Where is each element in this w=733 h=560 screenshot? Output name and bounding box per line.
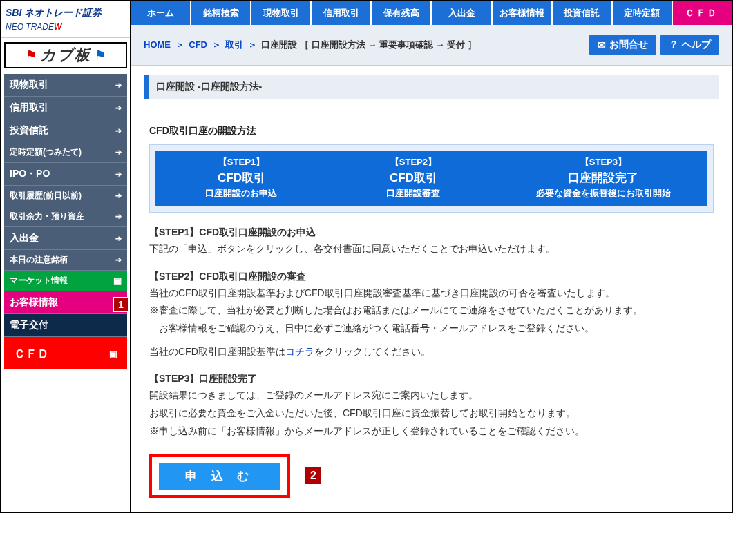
step1-head: 【STEP1】CFD取引口座開設のお申込	[149, 226, 714, 239]
breadcrumb: HOME ＞ CFD ＞ 取引 ＞ 口座開設 ［ 口座開設方法 → 重要事項確認…	[144, 39, 477, 51]
brand-sub: NEO TRADEW	[6, 22, 126, 32]
arrow-right-icon: ➔	[115, 126, 122, 135]
bc-steps: ［ 口座開設方法 → 重要事項確認 → 受付 ］	[300, 39, 477, 50]
arrow-right-icon: ➔	[115, 170, 122, 179]
help-button[interactable]: ？ヘルプ	[660, 35, 719, 55]
criteria-link[interactable]: コチラ	[285, 346, 314, 357]
step-3: 【STEP3】 口座開設完了 必要な資金を振替後にお取引開始	[499, 151, 707, 206]
tab-meigara[interactable]: 銘柄検索	[191, 1, 251, 25]
step-2: 【STEP2】 CFD取引 口座開設審査	[327, 151, 499, 206]
annotation-1: 1	[113, 297, 128, 312]
sidebar-item-teiji[interactable]: 定時定額(つみたて)➔	[4, 142, 127, 163]
top-nav: ホーム 銘柄検索 現物取引 信用取引 保有残高 入出金 お客様情報 投資信託 定…	[131, 1, 732, 25]
arrow-right-icon: ➔	[115, 191, 122, 200]
sidebar-item-genbutsu[interactable]: 現物取引➔	[4, 74, 127, 97]
tab-home[interactable]: ホーム	[131, 1, 191, 25]
tab-genbutsu[interactable]: 現物取引	[251, 1, 312, 25]
arrow-right-icon: ➔	[115, 234, 122, 243]
bc-torihiki[interactable]: 取引	[225, 39, 243, 50]
sidebar-item-cfd-active[interactable]: ＣＦＤ▣	[4, 337, 127, 369]
arrow-right-icon: ➔	[115, 104, 122, 113]
arrow-right-icon: ➔	[115, 81, 122, 90]
apply-button[interactable]: 申 込 む	[159, 463, 280, 490]
tab-cfd[interactable]: ＣＦＤ	[673, 1, 732, 25]
sidebar-item-toushin[interactable]: 投資信託➔	[4, 119, 127, 142]
doc-icon: ▣	[109, 349, 117, 359]
step2-head: 【STEP2】CFD取引口座開設の審査	[149, 271, 714, 283]
sidebar-item-denshi[interactable]: 電子交付	[4, 314, 127, 337]
apply-highlight: 申 込 む	[149, 454, 290, 498]
flag-icon: ⚑	[94, 47, 106, 64]
section-title: 口座開設 -口座開設方法-	[144, 75, 719, 99]
doc-icon: ▣	[113, 276, 122, 286]
arrow-right-icon: ➔	[115, 212, 122, 221]
bc-cfd[interactable]: CFD	[189, 39, 207, 50]
help-icon: ？	[669, 39, 678, 51]
contact-button[interactable]: ✉お問合せ	[589, 35, 656, 55]
tab-toushin[interactable]: 投資信託	[553, 1, 613, 25]
arrow-right-icon: ➔	[115, 148, 122, 157]
sidebar-nav: 現物取引➔ 信用取引➔ 投資信託➔ 定時定額(つみたて)➔ IPO・PO➔ 取引…	[4, 74, 127, 369]
step1-body: 下記の「申込」ボタンをクリックし、各交付書面に同意いただくことでお申込いただけま…	[149, 242, 714, 257]
sidebar-item-nyushukkin[interactable]: 入出金➔	[4, 227, 127, 250]
content-heading: CFD取引口座の開設方法	[149, 125, 714, 137]
tab-nyushukkin[interactable]: 入出金	[432, 1, 492, 25]
annotation-2: 2	[304, 467, 322, 485]
step3-head: 【STEP3】口座開設完了	[149, 373, 714, 385]
tab-teiji[interactable]: 定時定額	[613, 1, 673, 25]
main-content: CFD取引口座の開設方法 【STEP1】 CFD取引 口座開設のお申込 【STE…	[131, 99, 732, 512]
sub-header: HOME ＞ CFD ＞ 取引 ＞ 口座開設 ［ 口座開設方法 → 重要事項確認…	[131, 25, 732, 66]
sidebar-item-customer[interactable]: お客様情報▪	[4, 291, 127, 314]
flag-icon: ⚑	[25, 47, 37, 64]
bc-current: 口座開設	[261, 39, 297, 50]
brand-logo: SBI ネオトレード証券 NEO TRADEW	[1, 1, 130, 38]
tab-shinyou[interactable]: 信用取引	[312, 1, 372, 25]
arrow-right-icon: ➔	[115, 255, 122, 264]
mail-icon: ✉	[598, 39, 606, 50]
tab-customer[interactable]: お客様情報	[493, 1, 553, 25]
sidebar-item-chuui[interactable]: 本日の注意銘柄➔	[4, 250, 127, 271]
sidebar-item-ipo[interactable]: IPO・PO➔	[4, 163, 127, 186]
sidebar-item-yoryoku[interactable]: 取引余力・預り資産➔	[4, 206, 127, 227]
bc-home[interactable]: HOME	[144, 39, 171, 50]
brand-name: SBI ネオトレード証券	[6, 7, 126, 19]
step-1: 【STEP1】 CFD取引 口座開設のお申込	[155, 151, 327, 206]
sidebar-item-shinyou[interactable]: 信用取引➔	[4, 97, 127, 119]
sidebar-item-rireki[interactable]: 取引履歴(前日以前)➔	[4, 186, 127, 206]
step-flow: 【STEP1】 CFD取引 口座開設のお申込 【STEP2】 CFD取引 口座開…	[149, 144, 714, 213]
tab-hoyuu[interactable]: 保有残高	[372, 1, 432, 25]
kabu-label: カブ板	[40, 45, 91, 66]
kabu-banner[interactable]: ⚑ カブ板 ⚑	[4, 42, 127, 68]
sidebar-item-market[interactable]: マーケット情報▣	[4, 271, 127, 291]
